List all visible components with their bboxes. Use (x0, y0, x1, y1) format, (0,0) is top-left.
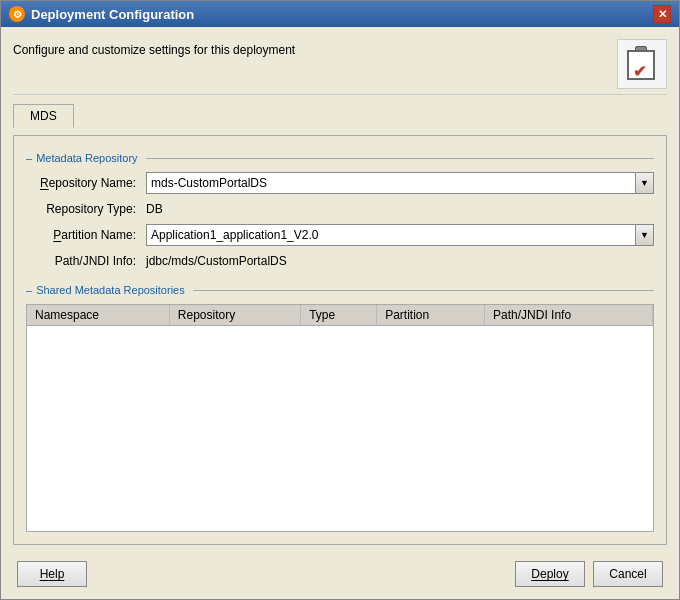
tab-mds-label: MDS (30, 109, 57, 123)
partition-name-input-container: Application1_application1_V2.0 ▼ (146, 224, 654, 246)
footer: Help Deploy Cancel (13, 553, 667, 591)
window-body: Configure and customize settings for thi… (1, 27, 679, 599)
title-bar-left: ⚙ Deployment Configuration (9, 6, 194, 22)
repository-name-value: mds-CustomPortalDS (151, 176, 267, 190)
path-jndi-label: Path/JNDI Info: (26, 254, 146, 268)
window-title: Deployment Configuration (31, 7, 194, 22)
metadata-repository-label: Metadata Repository (36, 152, 138, 164)
deploy-button[interactable]: Deploy (515, 561, 585, 587)
partition-name-dropdown[interactable]: Application1_application1_V2.0 ▼ (146, 224, 654, 246)
path-jndi-value: jdbc/mds/CustomPortalDS (146, 254, 287, 268)
cancel-button[interactable]: Cancel (593, 561, 663, 587)
shared-metadata-header: Shared Metadata Repositories (26, 284, 654, 296)
deployment-configuration-window: ⚙ Deployment Configuration ✕ Configure a… (0, 0, 680, 600)
help-button[interactable]: Help (17, 561, 87, 587)
col-repository: Repository (169, 305, 300, 326)
clipboard-board: ✔ (627, 50, 655, 80)
shared-metadata-table-wrapper: Namespace Repository Type Partition Path… (26, 304, 654, 532)
main-panel: Metadata Repository Repository Name: mds… (13, 135, 667, 545)
path-jndi-row: Path/JNDI Info: jdbc/mds/CustomPortalDS (26, 254, 654, 268)
repository-name-label: Repository Name: (26, 176, 146, 190)
table-header-row: Namespace Repository Type Partition Path… (27, 305, 653, 326)
repository-name-dropdown[interactable]: mds-CustomPortalDS ▼ (146, 172, 654, 194)
clipboard-icon: ✔ (627, 46, 657, 82)
repository-type-row: Repository Type: DB (26, 202, 654, 216)
partition-name-dropdown-arrow: ▼ (635, 225, 653, 245)
col-partition: Partition (377, 305, 485, 326)
footer-left: Help (17, 561, 87, 587)
close-button[interactable]: ✕ (653, 5, 671, 23)
tab-mds[interactable]: MDS (13, 104, 74, 128)
repository-type-label: Repository Type: (26, 202, 146, 216)
footer-right: Deploy Cancel (515, 561, 663, 587)
col-namespace: Namespace (27, 305, 169, 326)
partition-name-label: Partition Name: (26, 228, 146, 242)
col-type: Type (301, 305, 377, 326)
tabs-area: MDS (13, 103, 667, 127)
partition-name-value: Application1_application1_V2.0 (151, 228, 318, 242)
header-description: Configure and customize settings for thi… (13, 39, 295, 57)
header-icon-container: ✔ (617, 39, 667, 89)
window-icon: ⚙ (9, 6, 25, 22)
header-area: Configure and customize settings for thi… (13, 35, 667, 95)
repository-name-input-container: mds-CustomPortalDS ▼ (146, 172, 654, 194)
cancel-label: Cancel (609, 567, 646, 581)
title-bar: ⚙ Deployment Configuration ✕ (1, 1, 679, 27)
col-path-jndi: Path/JNDI Info (485, 305, 653, 326)
shared-metadata-label: Shared Metadata Repositories (36, 284, 185, 296)
partition-name-row: Partition Name: Application1_application… (26, 224, 654, 246)
repository-name-row: Repository Name: mds-CustomPortalDS ▼ (26, 172, 654, 194)
repository-name-dropdown-arrow: ▼ (635, 173, 653, 193)
metadata-repository-header: Metadata Repository (26, 152, 654, 164)
check-mark: ✔ (633, 62, 646, 81)
shared-metadata-section: Shared Metadata Repositories Namespace R… (26, 280, 654, 532)
shared-metadata-table: Namespace Repository Type Partition Path… (27, 305, 653, 326)
repository-type-value: DB (146, 202, 163, 216)
